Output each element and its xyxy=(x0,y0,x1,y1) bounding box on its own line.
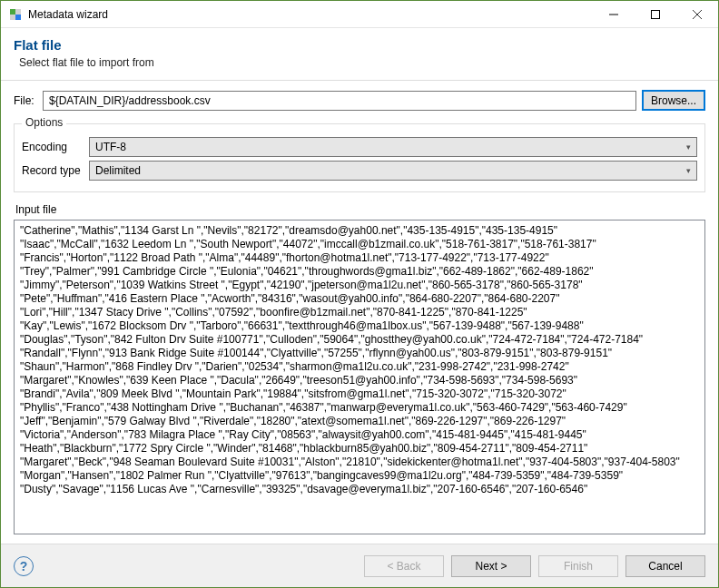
record-type-select[interactable]: Delimited ▾ xyxy=(89,161,697,181)
preview-line: "Margaret","Knowles","639 Keen Place ","… xyxy=(20,374,699,387)
svg-rect-0 xyxy=(10,9,15,15)
page-title: Flat file xyxy=(14,37,705,53)
chevron-down-icon: ▾ xyxy=(686,166,691,175)
help-icon[interactable]: ? xyxy=(14,556,34,576)
minimize-button[interactable] xyxy=(593,1,635,28)
chevron-down-icon: ▾ xyxy=(686,142,691,152)
finish-button[interactable]: Finish xyxy=(538,555,618,577)
preview-line: "Catherine","Mathis","1134 Garst Ln ","N… xyxy=(20,224,699,238)
page-subtitle: Select flat file to import from xyxy=(14,56,705,69)
file-label: File: xyxy=(14,94,37,107)
options-group: Options Encoding UTF-8 ▾ Record type Del… xyxy=(14,123,705,192)
app-icon xyxy=(8,7,23,22)
preview-line: "Shaun","Harmon","868 Findley Drv ","Dar… xyxy=(20,360,699,374)
preview-label: Input file xyxy=(15,203,705,216)
preview-line: "Isaac","McCall","1632 Leedom Ln ","Sout… xyxy=(20,238,699,251)
svg-rect-1 xyxy=(15,15,21,20)
record-type-value: Delimited xyxy=(95,164,141,177)
back-button[interactable]: < Back xyxy=(364,555,444,577)
svg-rect-2 xyxy=(15,9,21,15)
wizard-footer: ? < Back Next > Finish Cancel xyxy=(1,544,718,587)
preview-line: "Brandi","Avila","809 Meek Blvd ","Mount… xyxy=(20,387,699,401)
svg-rect-3 xyxy=(10,15,15,20)
preview-line: "Lori","Hill","1347 Stacy Drive ","Colli… xyxy=(20,306,699,319)
maximize-button[interactable] xyxy=(635,1,676,28)
preview-line: "Jimmy","Peterson","1039 Watkins Street … xyxy=(20,279,699,292)
encoding-row: Encoding UTF-8 ▾ xyxy=(22,137,697,157)
input-file-preview[interactable]: "Catherine","Mathis","1134 Garst Ln ","N… xyxy=(14,220,705,534)
preview-line: "Heath","Blackburn","1772 Spry Circle ",… xyxy=(20,442,699,456)
preview-line: "Trey","Palmer","991 Cambridge Circle ",… xyxy=(20,265,699,279)
preview-line: "Jeff","Benjamin","579 Galway Blvd ","Ri… xyxy=(20,415,699,428)
preview-line: "Kay","Lewis","1672 Blocksom Drv ","Tarb… xyxy=(20,319,699,333)
cancel-button[interactable]: Cancel xyxy=(625,555,705,577)
preview-line: "Morgan","Hansen","1802 Palmer Run ","Cl… xyxy=(20,469,699,483)
preview-line: "Dusty","Savage","1156 Lucas Ave ","Carn… xyxy=(20,483,699,496)
preview-line: "Francis","Horton","1122 Broad Path ","A… xyxy=(20,251,699,265)
titlebar: Metadata wizard xyxy=(1,1,718,28)
options-group-label: Options xyxy=(22,116,66,129)
content-area: File: Browse... Options Encoding UTF-8 ▾… xyxy=(1,81,718,544)
preview-line: "Margaret","Beck","948 Seaman Boulevard … xyxy=(20,456,699,469)
file-row: File: Browse... xyxy=(14,90,705,111)
preview-line: "Douglas","Tyson","842 Fulton Drv Suite … xyxy=(20,333,699,347)
wizard-header: Flat file Select flat file to import fro… xyxy=(1,28,718,81)
record-type-row: Record type Delimited ▾ xyxy=(22,161,697,181)
file-path-input[interactable] xyxy=(43,91,636,111)
preview-line: "Phyllis","Franco","438 Nottingham Drive… xyxy=(20,401,699,415)
preview-line: "Randall","Flynn","913 Bank Ridge Suite … xyxy=(20,347,699,360)
close-button[interactable] xyxy=(676,1,718,28)
encoding-value: UTF-8 xyxy=(95,141,126,153)
browse-button[interactable]: Browse... xyxy=(642,90,705,111)
preview-line: "Pete","Huffman","416 Eastern Place ","A… xyxy=(20,292,699,306)
next-button[interactable]: Next > xyxy=(451,555,531,577)
preview-line: "Victoria","Anderson","783 Milagra Place… xyxy=(20,428,699,442)
record-type-label: Record type xyxy=(22,164,89,177)
encoding-select[interactable]: UTF-8 ▾ xyxy=(89,137,697,157)
wizard-window: Metadata wizard Flat file Select flat fi… xyxy=(0,0,719,588)
encoding-label: Encoding xyxy=(22,141,89,153)
svg-rect-5 xyxy=(652,10,660,18)
window-title: Metadata wizard xyxy=(28,8,593,21)
